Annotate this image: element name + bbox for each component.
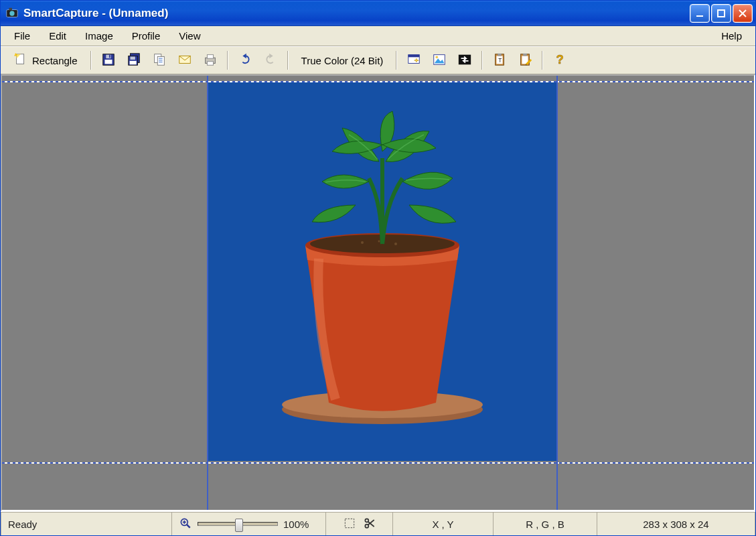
svg-rect-38 [498,53,502,56]
guide-right[interactable] [556,76,558,510]
app-window: SmartCapture - (Unnamed) File Edit Image… [0,0,756,536]
redo-icon [263,52,278,69]
svg-rect-20 [157,56,164,65]
menu-help[interactable]: Help [712,26,751,46]
window-title: SmartCapture - (Unnamed) [23,7,690,20]
menu-profile[interactable]: Profile [123,26,170,46]
capture-mode-label: Rectangle [32,55,78,66]
email-button[interactable] [173,50,196,71]
svg-text:T: T [499,57,502,63]
plant-image [242,105,523,440]
svg-rect-26 [207,54,213,58]
svg-text:?: ? [556,52,564,66]
copy-icon [152,52,167,69]
document-new-icon [13,52,28,69]
color-depth-label: True Color (24 Bit) [301,55,384,66]
svg-rect-4 [718,10,725,17]
floppy-stack-icon [127,52,141,69]
floppy-icon [101,52,116,69]
svg-point-1 [9,11,14,15]
undo-button[interactable] [234,50,256,71]
menubar: File Edit Image Profile View Help [1,26,755,46]
window-sparkle-icon [406,52,421,69]
zoom-value: 100% [283,519,309,530]
svg-rect-12 [104,60,112,64]
svg-marker-29 [269,53,273,58]
clipboard-pencil-icon [518,52,532,69]
help-icon: ? [552,52,567,69]
menu-image[interactable]: Image [76,26,123,46]
status-rgb: R , G , B [493,512,597,535]
envelope-icon [177,52,192,69]
effects-button[interactable] [402,50,425,71]
capture-content [208,82,556,461]
app-icon [5,6,19,21]
arrows-swap-icon [457,52,472,69]
guide-bottom[interactable] [2,462,754,464]
minimize-button[interactable] [690,4,710,23]
clipboard-text-icon: T [492,52,507,69]
picture-icon [432,52,447,69]
status-ready: Ready [1,512,171,535]
menu-edit[interactable]: Edit [40,26,76,46]
redo-button[interactable] [259,50,282,71]
transform-button[interactable] [453,50,476,71]
printer-icon [203,52,218,69]
menu-file[interactable]: File [5,26,40,46]
print-button[interactable] [199,50,222,71]
save-all-button[interactable] [123,50,145,71]
scissors-icon[interactable] [363,517,376,532]
copy-button[interactable] [148,50,171,71]
help-button[interactable]: ? [548,50,571,71]
zoom-slider[interactable] [198,522,278,526]
canvas-area[interactable] [1,74,755,511]
status-zoom: 100% [171,512,325,535]
status-dims: 283 x 308 x 24 [597,512,755,535]
statusbar: Ready 100% X , Y R , G , B 283 x 308 x 2… [1,511,755,535]
clipboard-text-button[interactable]: T [488,50,511,71]
window-controls [690,4,753,23]
svg-rect-18 [130,56,135,60]
svg-rect-42 [524,53,528,56]
toolbar: Rectangle True Color (24 Bit) [1,46,755,74]
svg-rect-17 [129,60,136,64]
status-xy: X , Y [392,512,493,535]
svg-point-34 [436,56,439,58]
maximize-button[interactable] [711,4,731,23]
svg-rect-27 [207,61,213,65]
close-button[interactable] [733,4,753,23]
menu-view[interactable]: View [169,26,210,46]
svg-rect-31 [408,54,420,57]
svg-point-50 [361,241,364,244]
status-tools [325,512,392,535]
svg-marker-28 [242,53,246,58]
picture-button[interactable] [428,50,451,71]
svg-point-52 [378,240,380,242]
selection-icon[interactable] [343,517,356,532]
clipboard-edit-button[interactable] [514,50,536,71]
save-button[interactable] [97,50,120,71]
svg-rect-2 [9,7,12,10]
svg-rect-14 [108,54,110,58]
svg-rect-57 [345,519,354,527]
svg-line-54 [187,524,190,527]
titlebar[interactable]: SmartCapture - (Unnamed) [1,1,755,26]
capture-mode-button[interactable]: Rectangle [6,50,85,71]
color-depth-button[interactable]: True Color (24 Bit) [294,50,391,71]
zoom-slider-thumb[interactable] [235,519,243,532]
svg-point-51 [394,243,397,245]
undo-icon [238,52,252,69]
magnifier-icon[interactable] [179,517,192,532]
